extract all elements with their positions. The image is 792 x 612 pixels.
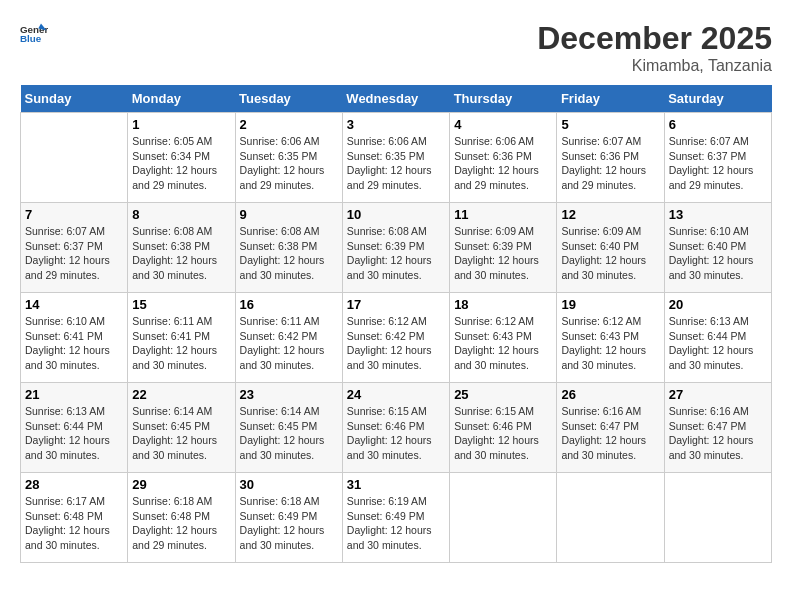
location-title: Kimamba, Tanzania xyxy=(537,57,772,75)
table-row: 9Sunrise: 6:08 AM Sunset: 6:38 PM Daylig… xyxy=(235,203,342,293)
day-number: 16 xyxy=(240,297,338,312)
day-number: 11 xyxy=(454,207,552,222)
table-row: 5Sunrise: 6:07 AM Sunset: 6:36 PM Daylig… xyxy=(557,113,664,203)
table-row: 30Sunrise: 6:18 AM Sunset: 6:49 PM Dayli… xyxy=(235,473,342,563)
day-detail: Sunrise: 6:06 AM Sunset: 6:35 PM Dayligh… xyxy=(347,134,445,193)
day-number: 22 xyxy=(132,387,230,402)
table-row: 6Sunrise: 6:07 AM Sunset: 6:37 PM Daylig… xyxy=(664,113,771,203)
title-area: December 2025 Kimamba, Tanzania xyxy=(537,20,772,75)
table-row: 13Sunrise: 6:10 AM Sunset: 6:40 PM Dayli… xyxy=(664,203,771,293)
day-detail: Sunrise: 6:13 AM Sunset: 6:44 PM Dayligh… xyxy=(25,404,123,463)
day-number: 5 xyxy=(561,117,659,132)
table-row: 10Sunrise: 6:08 AM Sunset: 6:39 PM Dayli… xyxy=(342,203,449,293)
table-row: 17Sunrise: 6:12 AM Sunset: 6:42 PM Dayli… xyxy=(342,293,449,383)
calendar-week-row: 21Sunrise: 6:13 AM Sunset: 6:44 PM Dayli… xyxy=(21,383,772,473)
day-number: 31 xyxy=(347,477,445,492)
table-row: 24Sunrise: 6:15 AM Sunset: 6:46 PM Dayli… xyxy=(342,383,449,473)
day-number: 1 xyxy=(132,117,230,132)
day-detail: Sunrise: 6:07 AM Sunset: 6:37 PM Dayligh… xyxy=(669,134,767,193)
day-detail: Sunrise: 6:09 AM Sunset: 6:40 PM Dayligh… xyxy=(561,224,659,283)
day-number: 15 xyxy=(132,297,230,312)
calendar-week-row: 7Sunrise: 6:07 AM Sunset: 6:37 PM Daylig… xyxy=(21,203,772,293)
svg-text:Blue: Blue xyxy=(20,33,42,44)
day-detail: Sunrise: 6:12 AM Sunset: 6:43 PM Dayligh… xyxy=(561,314,659,373)
table-row: 28Sunrise: 6:17 AM Sunset: 6:48 PM Dayli… xyxy=(21,473,128,563)
day-number: 26 xyxy=(561,387,659,402)
table-row: 11Sunrise: 6:09 AM Sunset: 6:39 PM Dayli… xyxy=(450,203,557,293)
day-detail: Sunrise: 6:08 AM Sunset: 6:38 PM Dayligh… xyxy=(132,224,230,283)
day-number: 12 xyxy=(561,207,659,222)
day-number: 25 xyxy=(454,387,552,402)
month-title: December 2025 xyxy=(537,20,772,57)
table-row: 4Sunrise: 6:06 AM Sunset: 6:36 PM Daylig… xyxy=(450,113,557,203)
day-number: 29 xyxy=(132,477,230,492)
table-row xyxy=(21,113,128,203)
table-row: 26Sunrise: 6:16 AM Sunset: 6:47 PM Dayli… xyxy=(557,383,664,473)
table-row: 19Sunrise: 6:12 AM Sunset: 6:43 PM Dayli… xyxy=(557,293,664,383)
day-detail: Sunrise: 6:11 AM Sunset: 6:41 PM Dayligh… xyxy=(132,314,230,373)
day-number: 30 xyxy=(240,477,338,492)
table-row: 12Sunrise: 6:09 AM Sunset: 6:40 PM Dayli… xyxy=(557,203,664,293)
day-number: 23 xyxy=(240,387,338,402)
calendar-week-row: 28Sunrise: 6:17 AM Sunset: 6:48 PM Dayli… xyxy=(21,473,772,563)
table-row: 8Sunrise: 6:08 AM Sunset: 6:38 PM Daylig… xyxy=(128,203,235,293)
table-row xyxy=(557,473,664,563)
header-wednesday: Wednesday xyxy=(342,85,449,113)
day-number: 24 xyxy=(347,387,445,402)
day-detail: Sunrise: 6:18 AM Sunset: 6:48 PM Dayligh… xyxy=(132,494,230,553)
header-monday: Monday xyxy=(128,85,235,113)
table-row: 29Sunrise: 6:18 AM Sunset: 6:48 PM Dayli… xyxy=(128,473,235,563)
day-number: 3 xyxy=(347,117,445,132)
logo: General Blue xyxy=(20,20,48,48)
day-number: 18 xyxy=(454,297,552,312)
day-detail: Sunrise: 6:19 AM Sunset: 6:49 PM Dayligh… xyxy=(347,494,445,553)
table-row: 20Sunrise: 6:13 AM Sunset: 6:44 PM Dayli… xyxy=(664,293,771,383)
day-detail: Sunrise: 6:13 AM Sunset: 6:44 PM Dayligh… xyxy=(669,314,767,373)
day-detail: Sunrise: 6:15 AM Sunset: 6:46 PM Dayligh… xyxy=(347,404,445,463)
logo-icon: General Blue xyxy=(20,20,48,48)
day-detail: Sunrise: 6:15 AM Sunset: 6:46 PM Dayligh… xyxy=(454,404,552,463)
day-number: 6 xyxy=(669,117,767,132)
day-number: 28 xyxy=(25,477,123,492)
table-row: 16Sunrise: 6:11 AM Sunset: 6:42 PM Dayli… xyxy=(235,293,342,383)
table-row: 3Sunrise: 6:06 AM Sunset: 6:35 PM Daylig… xyxy=(342,113,449,203)
day-detail: Sunrise: 6:11 AM Sunset: 6:42 PM Dayligh… xyxy=(240,314,338,373)
day-detail: Sunrise: 6:09 AM Sunset: 6:39 PM Dayligh… xyxy=(454,224,552,283)
day-detail: Sunrise: 6:08 AM Sunset: 6:38 PM Dayligh… xyxy=(240,224,338,283)
day-detail: Sunrise: 6:16 AM Sunset: 6:47 PM Dayligh… xyxy=(561,404,659,463)
day-detail: Sunrise: 6:06 AM Sunset: 6:36 PM Dayligh… xyxy=(454,134,552,193)
day-detail: Sunrise: 6:14 AM Sunset: 6:45 PM Dayligh… xyxy=(240,404,338,463)
day-detail: Sunrise: 6:16 AM Sunset: 6:47 PM Dayligh… xyxy=(669,404,767,463)
day-number: 17 xyxy=(347,297,445,312)
day-number: 19 xyxy=(561,297,659,312)
day-detail: Sunrise: 6:17 AM Sunset: 6:48 PM Dayligh… xyxy=(25,494,123,553)
day-detail: Sunrise: 6:10 AM Sunset: 6:41 PM Dayligh… xyxy=(25,314,123,373)
calendar-week-row: 1Sunrise: 6:05 AM Sunset: 6:34 PM Daylig… xyxy=(21,113,772,203)
table-row xyxy=(450,473,557,563)
table-row: 15Sunrise: 6:11 AM Sunset: 6:41 PM Dayli… xyxy=(128,293,235,383)
table-row: 23Sunrise: 6:14 AM Sunset: 6:45 PM Dayli… xyxy=(235,383,342,473)
table-row: 31Sunrise: 6:19 AM Sunset: 6:49 PM Dayli… xyxy=(342,473,449,563)
table-row: 21Sunrise: 6:13 AM Sunset: 6:44 PM Dayli… xyxy=(21,383,128,473)
day-number: 20 xyxy=(669,297,767,312)
day-detail: Sunrise: 6:05 AM Sunset: 6:34 PM Dayligh… xyxy=(132,134,230,193)
day-number: 21 xyxy=(25,387,123,402)
page-header: General Blue December 2025 Kimamba, Tanz… xyxy=(20,20,772,75)
table-row: 7Sunrise: 6:07 AM Sunset: 6:37 PM Daylig… xyxy=(21,203,128,293)
table-row: 2Sunrise: 6:06 AM Sunset: 6:35 PM Daylig… xyxy=(235,113,342,203)
day-detail: Sunrise: 6:07 AM Sunset: 6:37 PM Dayligh… xyxy=(25,224,123,283)
calendar-header-row: Sunday Monday Tuesday Wednesday Thursday… xyxy=(21,85,772,113)
header-thursday: Thursday xyxy=(450,85,557,113)
table-row: 25Sunrise: 6:15 AM Sunset: 6:46 PM Dayli… xyxy=(450,383,557,473)
day-number: 2 xyxy=(240,117,338,132)
day-number: 4 xyxy=(454,117,552,132)
header-sunday: Sunday xyxy=(21,85,128,113)
table-row: 18Sunrise: 6:12 AM Sunset: 6:43 PM Dayli… xyxy=(450,293,557,383)
calendar-week-row: 14Sunrise: 6:10 AM Sunset: 6:41 PM Dayli… xyxy=(21,293,772,383)
day-detail: Sunrise: 6:07 AM Sunset: 6:36 PM Dayligh… xyxy=(561,134,659,193)
day-number: 7 xyxy=(25,207,123,222)
table-row: 27Sunrise: 6:16 AM Sunset: 6:47 PM Dayli… xyxy=(664,383,771,473)
day-number: 27 xyxy=(669,387,767,402)
header-friday: Friday xyxy=(557,85,664,113)
day-number: 14 xyxy=(25,297,123,312)
